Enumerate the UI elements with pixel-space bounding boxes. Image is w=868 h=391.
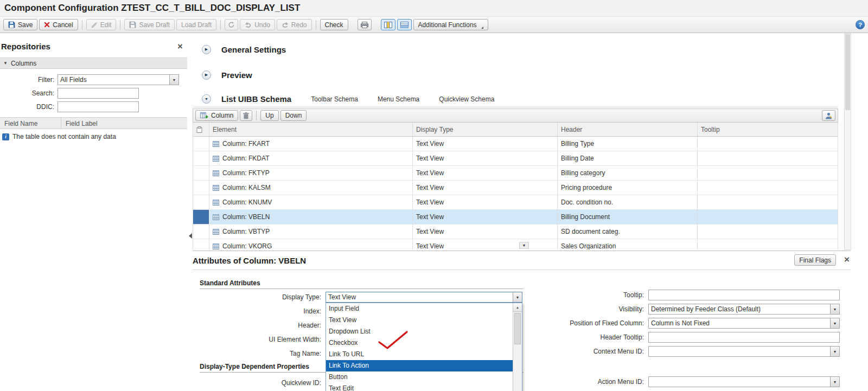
row-selector[interactable] [193,225,209,239]
final-flags-button[interactable]: Final Flags [794,254,836,266]
scrollbar-thumb[interactable] [514,313,521,344]
table-row[interactable]: Column: FKARTText ViewBilling Type [193,137,838,151]
display-type-cell: Text View [413,181,558,195]
print-button[interactable] [358,19,372,30]
element-cell: Column: FKDAT [209,151,413,165]
context-menu-select[interactable]: ▼ [648,346,840,357]
load-draft-button[interactable]: Load Draft [176,19,216,30]
display-type-combobox[interactable]: Text View ▼ [326,292,522,303]
refresh-button[interactable] [225,19,238,30]
element-cell: Column: KNUMV [209,195,413,209]
scroll-down-icon[interactable]: ▼ [519,242,529,249]
edit-button[interactable]: Edit [86,19,117,30]
tooltip-input[interactable] [648,290,840,300]
expand-general-settings-button[interactable]: ▶ [202,45,211,54]
display-type-option[interactable]: Link To URL [326,349,513,360]
display-type-option[interactable]: Button [326,371,513,383]
action-menu-select[interactable]: ▼ [648,376,840,387]
display-type-column-header[interactable]: Display Type [413,123,558,136]
cancel-button[interactable]: Cancel [39,19,78,30]
table-row[interactable]: Column: VBTYPText ViewSD document categ. [193,225,838,239]
search-input[interactable] [58,88,139,99]
redo-button[interactable]: Redo [277,19,312,30]
table-row[interactable]: Column: VKORGText ViewSales Organization [193,239,838,249]
page-title: Component Configuration ZTEST_CC_T_BILL_… [0,0,300,16]
table-row[interactable]: Column: KALSMText ViewPricing procedure [193,181,838,195]
row-selector[interactable] [193,137,209,151]
fixed-column-select[interactable]: Column is Not Fixed ▼ [648,318,840,329]
select-all-cell[interactable] [193,123,209,136]
tab-menu-schema[interactable]: Menu Schema [378,95,419,103]
display-type-option[interactable]: Input Field [326,303,513,315]
collapse-list-uibb-schema-button[interactable]: ▼ [202,94,211,104]
element-column-header[interactable]: Element [209,123,413,136]
chevron-down-icon: ▼ [169,75,178,85]
chevron-down-icon: ▼ [830,377,839,387]
row-selector[interactable] [193,166,209,180]
header-tooltip-input[interactable] [648,332,840,343]
check-button[interactable]: Check [320,19,348,30]
columns-section-header[interactable]: ▼ Columns [0,57,187,69]
scrollbar-thumb[interactable] [845,34,850,110]
add-column-button[interactable]: Column [195,110,238,121]
tab-toolbar-schema[interactable]: Toolbar Schema [311,95,358,103]
field-label-header[interactable]: Field Label [61,118,187,129]
visibility-value: Determined by Feeder Class (Default) [649,305,830,313]
move-up-button[interactable]: Up [260,110,278,121]
table-row[interactable]: Column: FKTYPText ViewBilling category [193,166,838,181]
save-draft-button[interactable]: Save Draft [124,19,175,30]
table-row[interactable]: Column: KNUMVText ViewDoc. condition no. [193,195,838,210]
panel-collapse-arrow-icon[interactable] [189,233,192,239]
column-grid-icon [213,214,219,220]
chevron-down-icon[interactable]: ▼ [513,292,522,302]
filter-value: All Fields [58,76,169,84]
header-column-header[interactable]: Header [558,123,698,136]
layout-rows-icon [400,22,409,28]
display-type-option[interactable]: Dropdown List [326,326,513,337]
expand-preview-button[interactable]: ▶ [202,70,211,80]
list-uibb-schema-title: List UIBB Schema [221,94,291,104]
attributes-right-column: Tooltip: Visibility: Determined by Feede… [542,288,843,358]
schema-table-body: Column: FKARTText ViewBilling TypeColumn… [193,137,838,249]
header-tooltip-label: Header Tooltip: [542,334,648,341]
header-cell: Billing Document [558,210,698,224]
display-type-option[interactable]: Text Edit [326,383,513,391]
additional-functions-button[interactable]: Additional Functions [413,19,488,30]
header-label: Header: [200,322,326,329]
listbox-scrollbar[interactable]: ▲ [513,303,522,391]
row-selector[interactable] [193,181,209,195]
personalize-button[interactable] [822,110,835,121]
column-grid-icon [213,185,219,191]
move-down-button[interactable]: Down [280,110,307,121]
help-icon[interactable]: ? [856,20,865,29]
columns-section-label: Columns [11,60,36,67]
display-type-option[interactable]: Checkbox [326,337,513,349]
display-type-option[interactable]: Text View [326,315,513,326]
table-row[interactable]: Column: FKDATText ViewBilling Date [193,151,838,166]
ddic-input[interactable] [58,101,139,112]
undo-button[interactable]: Undo [240,19,275,30]
scroll-up-icon[interactable]: ▲ [513,303,522,312]
header-cell: SD document categ. [558,225,698,239]
element-cell: Column: VKORG [209,239,413,249]
action-menu-row: Action Menu ID: ▼ [542,375,843,389]
row-selector[interactable] [193,151,209,165]
delete-column-button[interactable] [240,110,252,121]
tab-quickview-schema[interactable]: Quickview Schema [439,95,494,103]
visibility-select[interactable]: Determined by Feeder Class (Default) ▼ [648,304,840,315]
layout-rows-button[interactable] [397,19,412,30]
vertical-scrollbar[interactable] [844,33,851,250]
display-type-option[interactable]: Link To Action [326,360,513,371]
layout-columns-button[interactable] [381,19,395,30]
row-selector[interactable] [193,239,209,249]
row-selector[interactable] [193,210,209,224]
row-selector[interactable] [193,195,209,209]
close-repositories-icon[interactable]: × [177,42,183,51]
filter-select[interactable]: All Fields ▼ [58,74,179,85]
tooltip-column-header[interactable]: Tooltip [698,123,838,136]
element-cell: Column: KALSM [209,181,413,195]
field-name-header[interactable]: Field Name [0,118,61,129]
save-button[interactable]: Save [3,19,37,30]
close-attributes-icon[interactable]: × [844,255,850,264]
table-row[interactable]: Column: VBELNText ViewBilling Document [193,210,838,225]
